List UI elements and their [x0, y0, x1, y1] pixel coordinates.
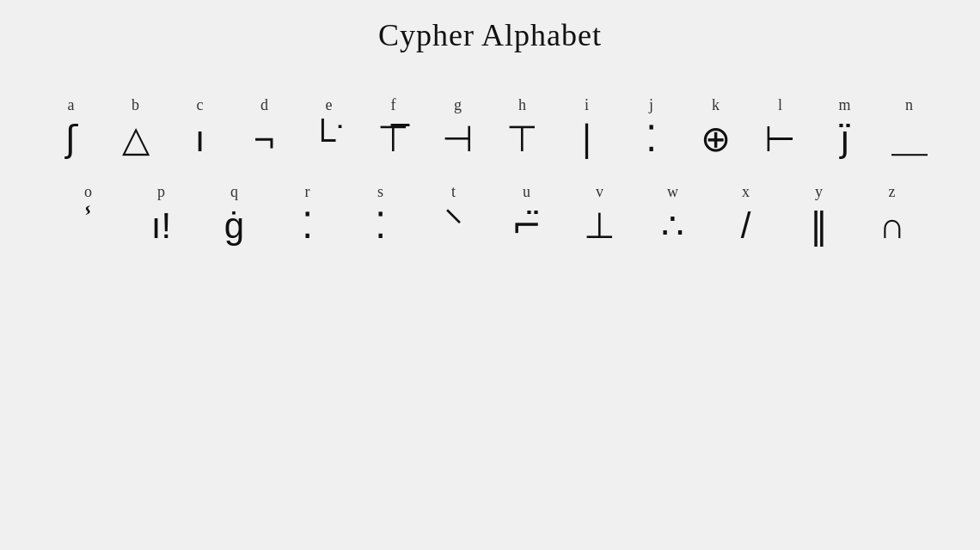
- latin-j: j: [649, 96, 653, 114]
- letter-cell-w: w ∴: [636, 183, 709, 244]
- symbol-l: ⊢: [764, 121, 796, 157]
- symbol-j: ⁚: [646, 121, 657, 157]
- letter-cell-a: a ʃ: [39, 96, 103, 157]
- latin-f: f: [391, 96, 396, 114]
- symbol-f: ⊤̅: [377, 121, 409, 157]
- symbol-h: ⊤: [506, 121, 538, 157]
- letter-cell-v: v ⊥: [563, 183, 636, 244]
- symbol-k: ⊕: [701, 121, 731, 157]
- latin-u: u: [523, 183, 530, 201]
- latin-e: e: [326, 96, 333, 114]
- symbol-g: ⊣: [442, 121, 474, 157]
- latin-v: v: [596, 183, 603, 201]
- letter-cell-t: t ⸌: [417, 183, 490, 244]
- symbol-n: ⸏: [891, 121, 928, 157]
- letter-cell-h: h ⊤: [490, 96, 554, 157]
- latin-c: c: [197, 96, 204, 114]
- letter-cell-u: u ⌐̈: [490, 183, 563, 244]
- letter-cell-x: x /: [709, 183, 782, 244]
- letter-cell-e: e └˙: [297, 96, 361, 157]
- row2-pair: o ⸯ p ı! q ġ r ⁚ s ⁚: [52, 183, 928, 244]
- letter-cell-l: l ⊢: [748, 96, 812, 157]
- letter-cell-g: g ⊣: [426, 96, 490, 157]
- letter-cell-j: j ⁚: [619, 96, 683, 157]
- row2-latin: o ⸯ p ı! q ġ r ⁚ s ⁚: [52, 183, 928, 244]
- symbol-y: ‖: [810, 208, 828, 244]
- latin-s: s: [377, 183, 383, 201]
- letter-cell-k: k ⊕: [683, 96, 748, 157]
- letter-cell-o: o ⸯ: [52, 183, 125, 244]
- symbol-t: ⸌: [444, 208, 462, 244]
- letter-cell-m: m ȷ̈: [812, 96, 877, 157]
- latin-o: o: [84, 183, 92, 201]
- latin-g: g: [454, 96, 462, 114]
- latin-q: q: [230, 183, 238, 201]
- latin-k: k: [712, 96, 720, 114]
- row1-latin: a ʃ b △ c ı d ⌐ e └˙: [39, 96, 941, 157]
- symbol-e: └˙: [310, 121, 348, 157]
- latin-r: r: [305, 183, 310, 201]
- latin-i: i: [585, 96, 589, 114]
- letter-cell-f: f ⊤̅: [361, 96, 426, 157]
- letter-cell-z: z ∩: [855, 183, 928, 244]
- symbol-q: ġ: [224, 208, 244, 244]
- latin-t: t: [451, 183, 456, 201]
- letter-cell-b: b △: [103, 96, 168, 157]
- latin-b: b: [132, 96, 139, 114]
- letter-cell-n: n ⸏: [877, 96, 941, 157]
- symbol-s: ⁚: [375, 208, 386, 244]
- latin-p: p: [157, 183, 165, 201]
- letter-cell-p: p ı!: [125, 183, 198, 244]
- symbol-d: ⌐: [254, 121, 275, 157]
- letter-cell-i: i ∣: [554, 96, 619, 157]
- latin-y: y: [815, 183, 823, 201]
- latin-m: m: [838, 96, 850, 114]
- alphabet-container: a ʃ b △ c ı d ⌐ e └˙: [39, 96, 941, 244]
- latin-w: w: [667, 183, 678, 201]
- letter-cell-s: s ⁚: [344, 183, 417, 244]
- latin-d: d: [260, 96, 268, 114]
- symbol-b: △: [122, 121, 150, 157]
- latin-h: h: [518, 96, 526, 114]
- latin-n: n: [905, 96, 913, 114]
- symbol-v: ⊥: [584, 208, 616, 244]
- symbol-x: /: [741, 208, 751, 244]
- row1-pair: a ʃ b △ c ı d ⌐ e └˙: [39, 96, 941, 157]
- symbol-a: ʃ: [65, 121, 77, 157]
- symbol-z: ∩: [879, 208, 904, 244]
- symbol-u: ⌐̈: [511, 208, 542, 244]
- symbol-m: ȷ̈: [840, 121, 850, 157]
- latin-a: a: [68, 96, 75, 114]
- latin-z: z: [889, 183, 896, 201]
- letter-cell-r: r ⁚: [271, 183, 344, 244]
- symbol-p: ı!: [151, 208, 171, 244]
- symbol-w: ∴: [661, 208, 684, 244]
- letter-cell-d: d ⌐: [232, 96, 297, 157]
- symbol-c: ı: [195, 121, 205, 157]
- letter-cell-q: q ġ: [198, 183, 271, 244]
- symbol-i: ∣: [578, 121, 596, 157]
- latin-x: x: [742, 183, 750, 201]
- symbol-o: ⸯ: [83, 208, 93, 244]
- symbol-r: ⁚: [302, 208, 313, 244]
- letter-cell-c: c ı: [168, 96, 232, 157]
- letter-cell-y: y ‖: [782, 183, 855, 244]
- page-title: Cypher Alphabet: [378, 17, 602, 53]
- latin-l: l: [778, 96, 782, 114]
